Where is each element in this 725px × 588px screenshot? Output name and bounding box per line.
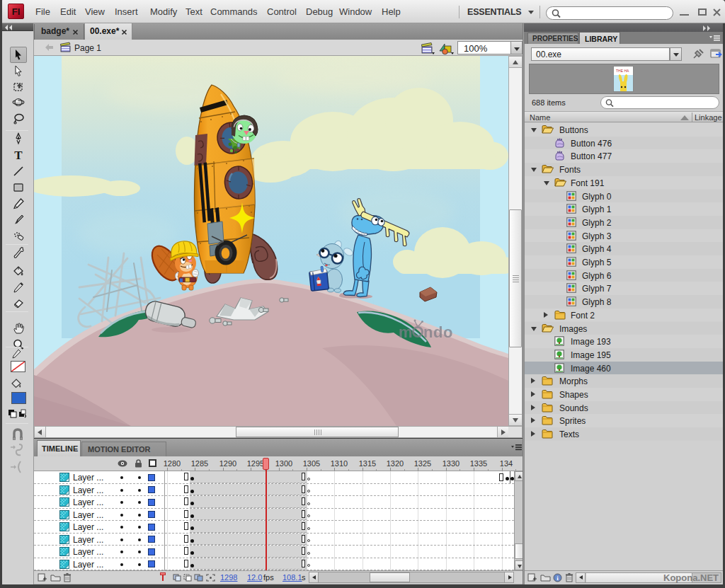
svg-text:m: m — [399, 323, 413, 341]
svg-text:T: T — [14, 149, 23, 161]
svg-text:ndo: ndo — [423, 323, 453, 341]
